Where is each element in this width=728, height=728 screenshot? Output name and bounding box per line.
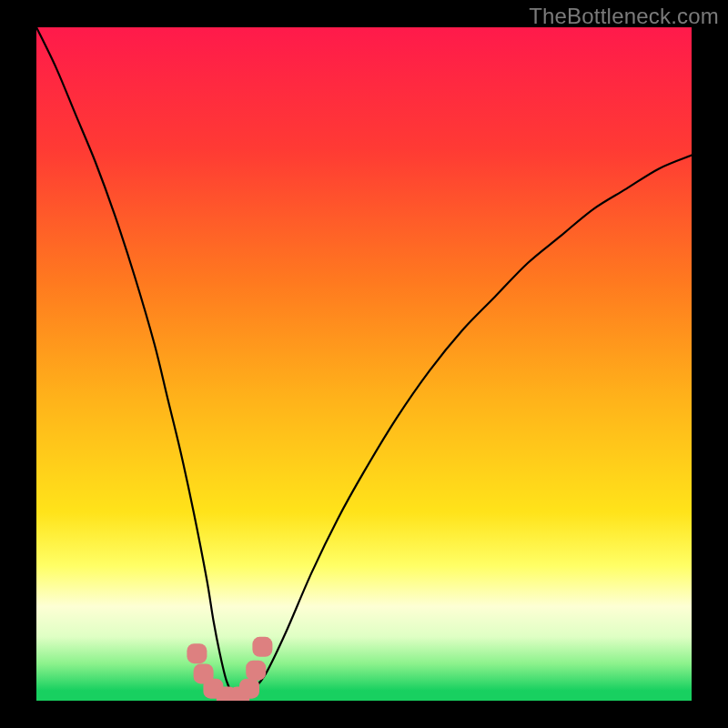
watermark-label: TheBottleneck.com — [529, 4, 719, 29]
plot-area — [36, 27, 692, 701]
chart-svg — [36, 27, 692, 701]
curve-marker — [187, 643, 207, 663]
curve-marker — [252, 637, 272, 657]
chart-background — [36, 27, 692, 701]
curve-marker — [239, 679, 259, 699]
chart-frame: TheBottleneck.com — [0, 0, 728, 728]
curve-marker — [246, 661, 266, 681]
